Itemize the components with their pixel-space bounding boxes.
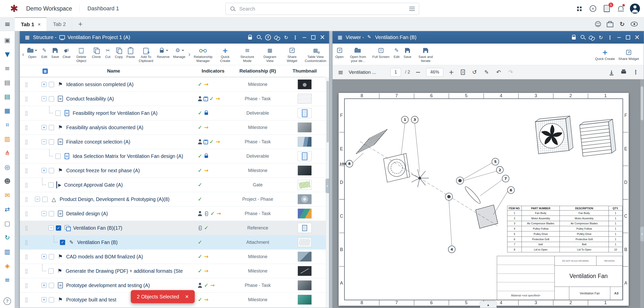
refresh-icon[interactable]	[597, 33, 605, 42]
column-header-thumbnail[interactable]: Thumbnail	[284, 68, 326, 74]
row-name[interactable]: Feasibility analysis documented (A)	[66, 125, 143, 130]
row-thumbnail[interactable]	[298, 94, 312, 104]
expand-toggle-icon[interactable]	[42, 125, 47, 130]
drag-handle-icon[interactable]	[20, 110, 33, 116]
link-icon[interactable]	[588, 33, 596, 42]
toolbar-button[interactable]: Full Screen	[371, 45, 391, 59]
drag-handle-icon[interactable]	[20, 82, 33, 87]
row-checkbox[interactable]	[49, 82, 54, 87]
row-thumbnail[interactable]	[298, 151, 312, 161]
row-name[interactable]: Concept Approval Gate (A)	[64, 182, 123, 188]
notes-icon[interactable]: 5	[602, 4, 612, 14]
dashboard-name[interactable]: Dashboard 1	[87, 5, 119, 12]
toolbar-button[interactable]: Open from your de...	[345, 45, 371, 63]
expand-toggle-icon[interactable]	[42, 96, 47, 101]
row-checkbox[interactable]	[56, 225, 61, 231]
expand-toggle-icon[interactable]	[42, 168, 47, 173]
drag-handle-icon[interactable]	[20, 225, 33, 231]
fit-page-icon[interactable]	[461, 70, 465, 75]
lock-icon[interactable]	[570, 33, 578, 42]
drag-handle-icon[interactable]	[20, 239, 33, 245]
minimize-icon[interactable]	[300, 33, 308, 42]
user-avatar[interactable]	[630, 4, 640, 14]
toolbar-button[interactable]: Paste	[125, 45, 137, 59]
row-thumbnail[interactable]	[298, 108, 312, 118]
toolbar-button[interactable]: Clear	[61, 45, 72, 59]
toolbar-button[interactable]: Open	[334, 45, 345, 59]
toolbar-scroll-right-icon[interactable]: ›	[187, 51, 192, 58]
viewer-panel-titlebar[interactable]: Viewer - Ventilation Fan (B)	[333, 31, 644, 44]
table-row[interactable]: Idea Selection Matrix for Ventilation Fa…	[20, 149, 326, 163]
row-name[interactable]: Finalize concept selection (A)	[66, 139, 130, 145]
row-name[interactable]: Concept freeze for next phase (A)	[66, 168, 140, 174]
zoom-out-button[interactable]	[414, 68, 422, 76]
kanban-icon[interactable]: ▥	[0, 132, 15, 146]
row-name[interactable]: Prototype built and test	[66, 297, 116, 303]
select-all-icon[interactable]	[43, 69, 48, 74]
toolbar-button[interactable]: Reserve	[155, 45, 171, 59]
drag-handle-icon[interactable]	[20, 168, 33, 173]
notifications-icon[interactable]	[616, 4, 626, 14]
toolbar-button[interactable]: Cut	[103, 45, 113, 59]
create-new-icon[interactable]	[590, 5, 596, 12]
toolbar-button[interactable]: Add To Clipboard	[137, 45, 155, 63]
briefcase-icon[interactable]	[606, 20, 614, 28]
toolbar-button[interactable]: Quick Create	[215, 45, 236, 63]
table-icon[interactable]: ▦	[0, 104, 15, 118]
form-icon[interactable]: ▢	[0, 216, 15, 230]
expand-toggle-icon[interactable]	[42, 297, 47, 302]
row-checkbox[interactable]	[42, 197, 48, 202]
toolbar-button[interactable]: Relationship Manager	[192, 45, 215, 63]
row-checkbox[interactable]	[49, 139, 54, 145]
toolbar-button[interactable]: Diagram View	[259, 45, 281, 63]
row-thumbnail[interactable]	[298, 266, 312, 276]
download-icon[interactable]	[608, 68, 616, 76]
drag-handle-icon[interactable]	[20, 268, 33, 274]
column-header-relationship[interactable]: Relationship (R)	[232, 68, 284, 74]
toolbar-button[interactable]: Quick Create	[593, 47, 617, 61]
layers-icon[interactable]: ≡	[0, 273, 15, 287]
table-row[interactable]: Ventilation Fan (B) Attachment	[20, 235, 326, 250]
expand-toggle-icon[interactable]	[35, 197, 40, 202]
lock-icon[interactable]	[246, 33, 254, 42]
close-icon[interactable]	[318, 33, 327, 42]
page-number-input[interactable]: 1	[390, 68, 401, 77]
close-icon[interactable]	[633, 33, 641, 42]
mail-icon[interactable]: ✉	[0, 188, 15, 202]
toolbar-button[interactable]: Edit	[391, 45, 402, 59]
search-icon[interactable]	[579, 33, 587, 42]
apps-grid-icon[interactable]	[574, 4, 584, 14]
workspace-tab[interactable]: Tab 1 ×	[15, 17, 47, 31]
table-row[interactable]: Conduct feasibility (A) Phase - Task	[20, 92, 326, 106]
toolbar-scroll-left-icon[interactable]: ‹	[21, 51, 25, 58]
column-header-name[interactable]: Name	[107, 68, 120, 74]
row-checkbox[interactable]	[60, 240, 65, 245]
row-thumbnail[interactable]	[298, 223, 312, 233]
toolbar-button[interactable]: Edit	[39, 45, 50, 59]
row-checkbox[interactable]	[49, 211, 54, 216]
row-name[interactable]: Conduct feasibility (A)	[66, 96, 114, 102]
expand-toggle-icon[interactable]	[42, 283, 47, 288]
row-thumbnail[interactable]	[298, 137, 312, 147]
viewer-scrollbar[interactable]	[640, 79, 644, 308]
table-row[interactable]: CAD models and BOM finalized (A) Milesto…	[20, 250, 326, 264]
table-row[interactable]: Detailed design (A) Phase - Task	[20, 207, 326, 221]
drag-handle-icon[interactable]	[20, 139, 33, 145]
row-name[interactable]: Generate the Drawing (PDF) + additional …	[66, 268, 183, 274]
row-thumbnail[interactable]	[298, 237, 312, 247]
workspace-name[interactable]: Demo Workspace	[26, 5, 72, 12]
zoom-level[interactable]: 46%	[426, 68, 443, 77]
redo-icon[interactable]	[507, 68, 515, 76]
toolbar-button[interactable]: Save	[50, 45, 61, 59]
row-name[interactable]: Product Design, Development & Prototypin…	[60, 196, 170, 202]
sync-icon[interactable]	[618, 20, 626, 28]
row-thumbnail[interactable]	[298, 209, 312, 219]
row-thumbnail[interactable]	[298, 252, 312, 262]
org-chart-icon[interactable]: ⌗	[0, 118, 15, 132]
help-icon[interactable]	[264, 33, 272, 42]
drag-handle-icon[interactable]	[20, 254, 33, 259]
refresh-icon[interactable]	[282, 33, 290, 42]
search-input[interactable]	[239, 6, 409, 12]
row-checkbox[interactable]	[49, 168, 54, 173]
row-checkbox[interactable]	[48, 268, 54, 274]
